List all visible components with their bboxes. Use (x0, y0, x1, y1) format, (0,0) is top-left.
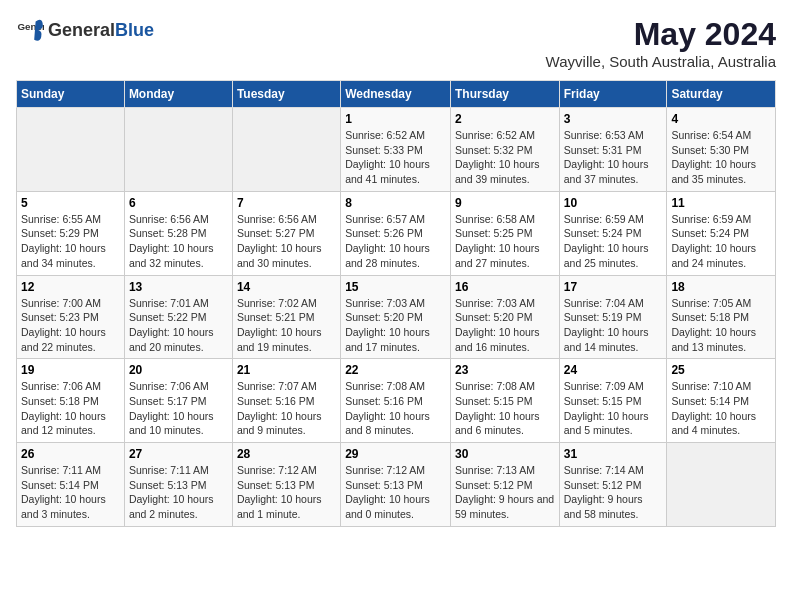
calendar-cell: 20Sunrise: 7:06 AM Sunset: 5:17 PM Dayli… (124, 359, 232, 443)
calendar-cell: 5Sunrise: 6:55 AM Sunset: 5:29 PM Daylig… (17, 191, 125, 275)
calendar-header-wednesday: Wednesday (341, 81, 451, 108)
day-info: Sunrise: 6:58 AM Sunset: 5:25 PM Dayligh… (455, 212, 555, 271)
day-number: 4 (671, 112, 771, 126)
calendar-cell: 3Sunrise: 6:53 AM Sunset: 5:31 PM Daylig… (559, 108, 667, 192)
day-info: Sunrise: 6:52 AM Sunset: 5:32 PM Dayligh… (455, 128, 555, 187)
calendar-week-row: 26Sunrise: 7:11 AM Sunset: 5:14 PM Dayli… (17, 443, 776, 527)
calendar-cell: 17Sunrise: 7:04 AM Sunset: 5:19 PM Dayli… (559, 275, 667, 359)
page-subtitle: Wayville, South Australia, Australia (546, 53, 776, 70)
day-number: 11 (671, 196, 771, 210)
day-number: 27 (129, 447, 228, 461)
day-number: 15 (345, 280, 446, 294)
day-info: Sunrise: 7:12 AM Sunset: 5:13 PM Dayligh… (345, 463, 446, 522)
logo: General General Blue (16, 16, 154, 44)
calendar-cell (17, 108, 125, 192)
day-info: Sunrise: 7:07 AM Sunset: 5:16 PM Dayligh… (237, 379, 336, 438)
calendar-cell: 16Sunrise: 7:03 AM Sunset: 5:20 PM Dayli… (450, 275, 559, 359)
day-number: 19 (21, 363, 120, 377)
calendar-cell: 21Sunrise: 7:07 AM Sunset: 5:16 PM Dayli… (232, 359, 340, 443)
day-info: Sunrise: 7:03 AM Sunset: 5:20 PM Dayligh… (345, 296, 446, 355)
calendar-cell: 19Sunrise: 7:06 AM Sunset: 5:18 PM Dayli… (17, 359, 125, 443)
day-number: 31 (564, 447, 663, 461)
day-number: 10 (564, 196, 663, 210)
calendar-header-tuesday: Tuesday (232, 81, 340, 108)
day-info: Sunrise: 7:12 AM Sunset: 5:13 PM Dayligh… (237, 463, 336, 522)
calendar-cell: 15Sunrise: 7:03 AM Sunset: 5:20 PM Dayli… (341, 275, 451, 359)
calendar-cell: 31Sunrise: 7:14 AM Sunset: 5:12 PM Dayli… (559, 443, 667, 527)
day-info: Sunrise: 7:11 AM Sunset: 5:13 PM Dayligh… (129, 463, 228, 522)
calendar-cell: 23Sunrise: 7:08 AM Sunset: 5:15 PM Dayli… (450, 359, 559, 443)
page-title: May 2024 (546, 16, 776, 53)
logo-icon: General (16, 16, 44, 44)
calendar-cell: 26Sunrise: 7:11 AM Sunset: 5:14 PM Dayli… (17, 443, 125, 527)
day-info: Sunrise: 7:05 AM Sunset: 5:18 PM Dayligh… (671, 296, 771, 355)
day-number: 2 (455, 112, 555, 126)
day-number: 17 (564, 280, 663, 294)
calendar-cell: 22Sunrise: 7:08 AM Sunset: 5:16 PM Dayli… (341, 359, 451, 443)
calendar-table: SundayMondayTuesdayWednesdayThursdayFrid… (16, 80, 776, 527)
day-number: 21 (237, 363, 336, 377)
day-number: 12 (21, 280, 120, 294)
calendar-cell: 1Sunrise: 6:52 AM Sunset: 5:33 PM Daylig… (341, 108, 451, 192)
day-number: 5 (21, 196, 120, 210)
day-info: Sunrise: 7:01 AM Sunset: 5:22 PM Dayligh… (129, 296, 228, 355)
day-info: Sunrise: 7:10 AM Sunset: 5:14 PM Dayligh… (671, 379, 771, 438)
day-number: 18 (671, 280, 771, 294)
day-number: 13 (129, 280, 228, 294)
day-number: 20 (129, 363, 228, 377)
day-number: 7 (237, 196, 336, 210)
day-info: Sunrise: 7:02 AM Sunset: 5:21 PM Dayligh… (237, 296, 336, 355)
day-number: 14 (237, 280, 336, 294)
calendar-cell (232, 108, 340, 192)
day-number: 23 (455, 363, 555, 377)
day-info: Sunrise: 7:06 AM Sunset: 5:18 PM Dayligh… (21, 379, 120, 438)
day-info: Sunrise: 7:04 AM Sunset: 5:19 PM Dayligh… (564, 296, 663, 355)
calendar-header-thursday: Thursday (450, 81, 559, 108)
day-info: Sunrise: 7:06 AM Sunset: 5:17 PM Dayligh… (129, 379, 228, 438)
calendar-cell: 27Sunrise: 7:11 AM Sunset: 5:13 PM Dayli… (124, 443, 232, 527)
title-block: May 2024 Wayville, South Australia, Aust… (546, 16, 776, 70)
calendar-cell: 7Sunrise: 6:56 AM Sunset: 5:27 PM Daylig… (232, 191, 340, 275)
calendar-cell: 6Sunrise: 6:56 AM Sunset: 5:28 PM Daylig… (124, 191, 232, 275)
day-info: Sunrise: 7:11 AM Sunset: 5:14 PM Dayligh… (21, 463, 120, 522)
day-info: Sunrise: 6:55 AM Sunset: 5:29 PM Dayligh… (21, 212, 120, 271)
page-header: General General Blue May 2024 Wayville, … (16, 16, 776, 70)
day-info: Sunrise: 6:53 AM Sunset: 5:31 PM Dayligh… (564, 128, 663, 187)
calendar-header-monday: Monday (124, 81, 232, 108)
calendar-week-row: 5Sunrise: 6:55 AM Sunset: 5:29 PM Daylig… (17, 191, 776, 275)
day-number: 16 (455, 280, 555, 294)
calendar-cell: 29Sunrise: 7:12 AM Sunset: 5:13 PM Dayli… (341, 443, 451, 527)
calendar-cell: 30Sunrise: 7:13 AM Sunset: 5:12 PM Dayli… (450, 443, 559, 527)
calendar-cell: 9Sunrise: 6:58 AM Sunset: 5:25 PM Daylig… (450, 191, 559, 275)
day-number: 22 (345, 363, 446, 377)
day-info: Sunrise: 7:09 AM Sunset: 5:15 PM Dayligh… (564, 379, 663, 438)
calendar-header-sunday: Sunday (17, 81, 125, 108)
day-number: 28 (237, 447, 336, 461)
calendar-cell: 12Sunrise: 7:00 AM Sunset: 5:23 PM Dayli… (17, 275, 125, 359)
day-info: Sunrise: 7:08 AM Sunset: 5:16 PM Dayligh… (345, 379, 446, 438)
day-number: 3 (564, 112, 663, 126)
day-info: Sunrise: 7:08 AM Sunset: 5:15 PM Dayligh… (455, 379, 555, 438)
calendar-week-row: 12Sunrise: 7:00 AM Sunset: 5:23 PM Dayli… (17, 275, 776, 359)
day-number: 26 (21, 447, 120, 461)
calendar-header-saturday: Saturday (667, 81, 776, 108)
logo-blue-text: Blue (115, 20, 154, 41)
day-info: Sunrise: 6:59 AM Sunset: 5:24 PM Dayligh… (564, 212, 663, 271)
calendar-cell: 14Sunrise: 7:02 AM Sunset: 5:21 PM Dayli… (232, 275, 340, 359)
day-number: 30 (455, 447, 555, 461)
calendar-cell: 28Sunrise: 7:12 AM Sunset: 5:13 PM Dayli… (232, 443, 340, 527)
calendar-cell: 18Sunrise: 7:05 AM Sunset: 5:18 PM Dayli… (667, 275, 776, 359)
calendar-cell (667, 443, 776, 527)
day-info: Sunrise: 7:03 AM Sunset: 5:20 PM Dayligh… (455, 296, 555, 355)
day-number: 1 (345, 112, 446, 126)
calendar-cell: 4Sunrise: 6:54 AM Sunset: 5:30 PM Daylig… (667, 108, 776, 192)
day-info: Sunrise: 7:13 AM Sunset: 5:12 PM Dayligh… (455, 463, 555, 522)
calendar-week-row: 19Sunrise: 7:06 AM Sunset: 5:18 PM Dayli… (17, 359, 776, 443)
logo-general-text: General (48, 20, 115, 41)
calendar-cell: 10Sunrise: 6:59 AM Sunset: 5:24 PM Dayli… (559, 191, 667, 275)
day-info: Sunrise: 6:56 AM Sunset: 5:27 PM Dayligh… (237, 212, 336, 271)
day-number: 29 (345, 447, 446, 461)
calendar-week-row: 1Sunrise: 6:52 AM Sunset: 5:33 PM Daylig… (17, 108, 776, 192)
day-info: Sunrise: 7:00 AM Sunset: 5:23 PM Dayligh… (21, 296, 120, 355)
day-info: Sunrise: 7:14 AM Sunset: 5:12 PM Dayligh… (564, 463, 663, 522)
